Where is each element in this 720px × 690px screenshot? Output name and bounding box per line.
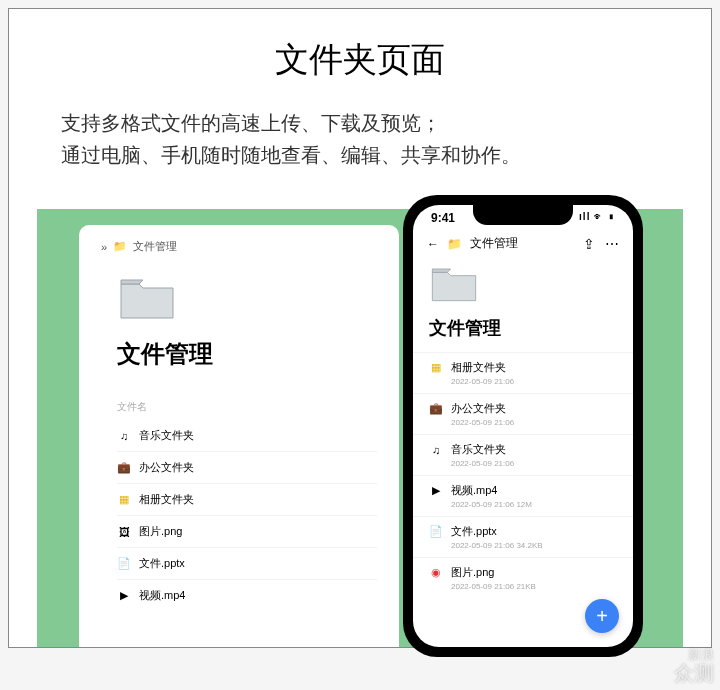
list-item[interactable]: 🖼图片.png xyxy=(117,515,377,547)
video-icon: ▶ xyxy=(429,484,443,498)
watermark-line2: 众测 xyxy=(674,662,714,684)
item-meta: 2022-05-09 21:06 xyxy=(451,377,617,386)
back-icon[interactable]: ← xyxy=(427,237,439,251)
hero-subtitle: 支持多格式文件的高速上传、下载及预览； 通过电脑、手机随时随地查看、编辑、共享和… xyxy=(61,107,711,171)
item-label: 视频.mp4 xyxy=(451,483,497,498)
hero-sub-line2: 通过电脑、手机随时随地查看、编辑、共享和协作。 xyxy=(61,144,521,166)
item-meta: 2022-05-09 21:06 34.2KB xyxy=(451,541,617,550)
phone-frame: 9:41 ıll ᯤ ▮ ← 📁 文件管理 ⇪ ⋯ xyxy=(403,195,643,657)
folder-small-icon: 📁 xyxy=(447,237,462,251)
list-item[interactable]: ▶视频.mp4 xyxy=(117,579,377,611)
desktop-breadcrumb[interactable]: » 📁 文件管理 xyxy=(101,239,377,254)
briefcase-icon: 💼 xyxy=(117,461,131,475)
desktop-column-header: 文件名 xyxy=(117,400,377,414)
status-time: 9:41 xyxy=(431,211,455,225)
phone-file-list: ▦相册文件夹2022-05-09 21:06 💼办公文件夹2022-05-09 … xyxy=(413,352,633,598)
watermark-line1: 新浪 xyxy=(688,647,714,662)
desktop-heading: 文件管理 xyxy=(117,338,377,370)
item-meta: 2022-05-09 21:06 21KB xyxy=(451,582,617,591)
item-label: 相册文件夹 xyxy=(451,360,506,375)
file-icon: 📄 xyxy=(429,525,443,539)
item-label: 音乐文件夹 xyxy=(139,428,194,443)
promo-frame: 文件夹页面 支持多格式文件的高速上传、下载及预览； 通过电脑、手机随时随地查看、… xyxy=(8,8,712,648)
phone-screen: 9:41 ıll ᯤ ▮ ← 📁 文件管理 ⇪ ⋯ xyxy=(413,205,633,647)
item-label: 文件.pptx xyxy=(139,556,185,571)
phone-heading: 文件管理 xyxy=(429,316,633,340)
folder-small-icon: 📁 xyxy=(113,240,127,253)
share-icon[interactable]: ⇪ xyxy=(583,236,595,252)
item-label: 办公文件夹 xyxy=(139,460,194,475)
green-backdrop: » 📁 文件管理 文件管理 文件名 ♫音乐文件夹 💼办公文件夹 ▦相册文件夹 🖼… xyxy=(37,209,683,647)
image-icon: 🖼 xyxy=(117,525,131,539)
briefcase-icon: 💼 xyxy=(429,402,443,416)
add-button[interactable]: + xyxy=(585,599,619,633)
more-icon[interactable]: ⋯ xyxy=(605,236,619,252)
phone-breadcrumb[interactable]: 文件管理 xyxy=(470,235,518,252)
list-item[interactable]: ▶视频.mp42022-05-09 21:06 12M xyxy=(413,475,633,516)
breadcrumb-chevron-icon: » xyxy=(101,241,107,253)
desktop-window: » 📁 文件管理 文件管理 文件名 ♫音乐文件夹 💼办公文件夹 ▦相册文件夹 🖼… xyxy=(79,225,399,647)
list-item[interactable]: 📄文件.pptx xyxy=(117,547,377,579)
image-icon: ◉ xyxy=(429,566,443,580)
item-label: 文件.pptx xyxy=(451,524,497,539)
music-icon: ♫ xyxy=(429,443,443,457)
item-label: 音乐文件夹 xyxy=(451,442,506,457)
video-icon: ▶ xyxy=(117,589,131,603)
item-meta: 2022-05-09 21:06 12M xyxy=(451,500,617,509)
album-icon: ▦ xyxy=(429,361,443,375)
item-meta: 2022-05-09 21:06 xyxy=(451,418,617,427)
hero-sub-line1: 支持多格式文件的高速上传、下载及预览； xyxy=(61,112,441,134)
hero-title: 文件夹页面 xyxy=(9,37,711,83)
item-meta: 2022-05-09 21:06 xyxy=(451,459,617,468)
list-item[interactable]: 💼办公文件夹2022-05-09 21:06 xyxy=(413,393,633,434)
breadcrumb-label: 文件管理 xyxy=(133,239,177,254)
folder-large-icon xyxy=(429,264,633,308)
list-item[interactable]: 💼办公文件夹 xyxy=(117,451,377,483)
album-icon: ▦ xyxy=(117,493,131,507)
item-label: 图片.png xyxy=(139,524,182,539)
list-item[interactable]: ♫音乐文件夹 xyxy=(117,420,377,451)
phone-nav: ← 📁 文件管理 ⇪ ⋯ xyxy=(413,225,633,258)
list-item[interactable]: 📄文件.pptx2022-05-09 21:06 34.2KB xyxy=(413,516,633,557)
music-icon: ♫ xyxy=(117,429,131,443)
phone-notch xyxy=(473,205,573,225)
item-label: 图片.png xyxy=(451,565,494,580)
status-icons: ıll ᯤ ▮ xyxy=(579,211,615,225)
list-item[interactable]: ▦相册文件夹2022-05-09 21:06 xyxy=(413,352,633,393)
folder-large-icon xyxy=(117,274,377,326)
list-item[interactable]: ▦相册文件夹 xyxy=(117,483,377,515)
item-label: 相册文件夹 xyxy=(139,492,194,507)
watermark: 新浪 众测 xyxy=(674,648,714,684)
file-icon: 📄 xyxy=(117,557,131,571)
list-item[interactable]: ◉图片.png2022-05-09 21:06 21KB xyxy=(413,557,633,598)
desktop-file-list: ♫音乐文件夹 💼办公文件夹 ▦相册文件夹 🖼图片.png 📄文件.pptx ▶视… xyxy=(117,420,377,611)
item-label: 视频.mp4 xyxy=(139,588,185,603)
list-item[interactable]: ♫音乐文件夹2022-05-09 21:06 xyxy=(413,434,633,475)
item-label: 办公文件夹 xyxy=(451,401,506,416)
